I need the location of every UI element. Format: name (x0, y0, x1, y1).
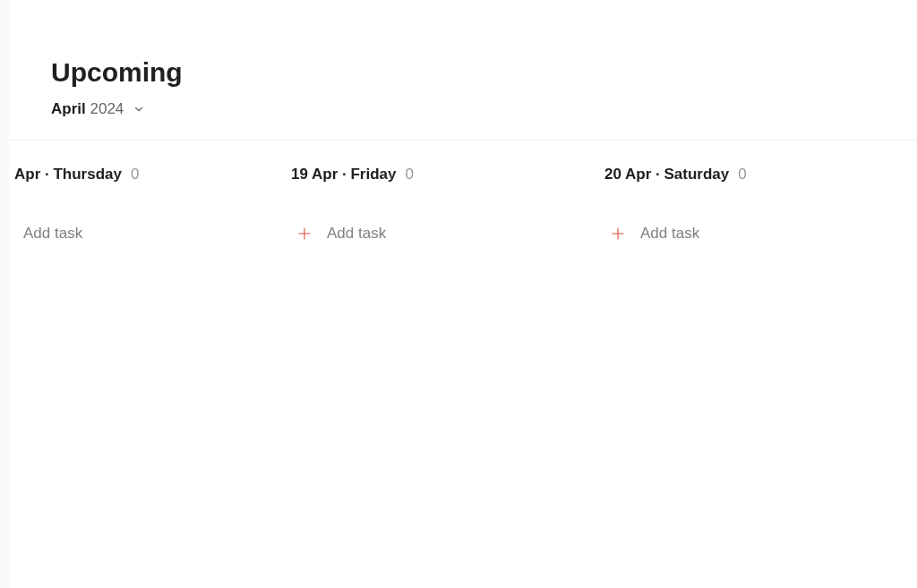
add-task-label: Add task (640, 225, 699, 243)
day-column: 19 Apr · Friday 0 Add task (291, 166, 604, 243)
month-year-label: April 2024 (51, 100, 124, 118)
month-label: April (51, 100, 86, 117)
day-header[interactable]: 19 Apr · Friday 0 (291, 166, 604, 183)
day-label: 20 Apr · Saturday (604, 166, 729, 183)
day-column: 20 Apr · Saturday 0 Add task (604, 166, 909, 243)
month-selector[interactable]: April 2024 (51, 100, 147, 118)
day-task-count: 0 (738, 166, 746, 183)
day-header[interactable]: Apr · Thursday 0 (9, 166, 291, 183)
day-column: Apr · Thursday 0 Add task (0, 166, 291, 243)
left-gutter (0, 0, 9, 588)
add-task-button[interactable]: Add task (9, 225, 291, 243)
day-label: Apr · Thursday (14, 166, 122, 183)
day-columns: Apr · Thursday 0 Add task 19 Apr · Frida… (0, 141, 917, 243)
day-task-count: 0 (405, 166, 413, 183)
page-title: Upcoming (51, 57, 917, 88)
add-task-button[interactable]: Add task (291, 225, 604, 243)
chevron-down-icon (131, 101, 147, 117)
day-header[interactable]: 20 Apr · Saturday 0 (604, 166, 909, 183)
add-task-label: Add task (23, 225, 82, 243)
day-label: 19 Apr · Friday (291, 166, 396, 183)
year-label: 2024 (90, 100, 124, 117)
add-task-button[interactable]: Add task (604, 225, 909, 243)
add-task-label: Add task (327, 225, 386, 243)
day-task-count: 0 (131, 166, 139, 183)
plus-icon (296, 226, 313, 242)
plus-icon (610, 226, 626, 242)
header: Upcoming April 2024 (0, 0, 917, 141)
